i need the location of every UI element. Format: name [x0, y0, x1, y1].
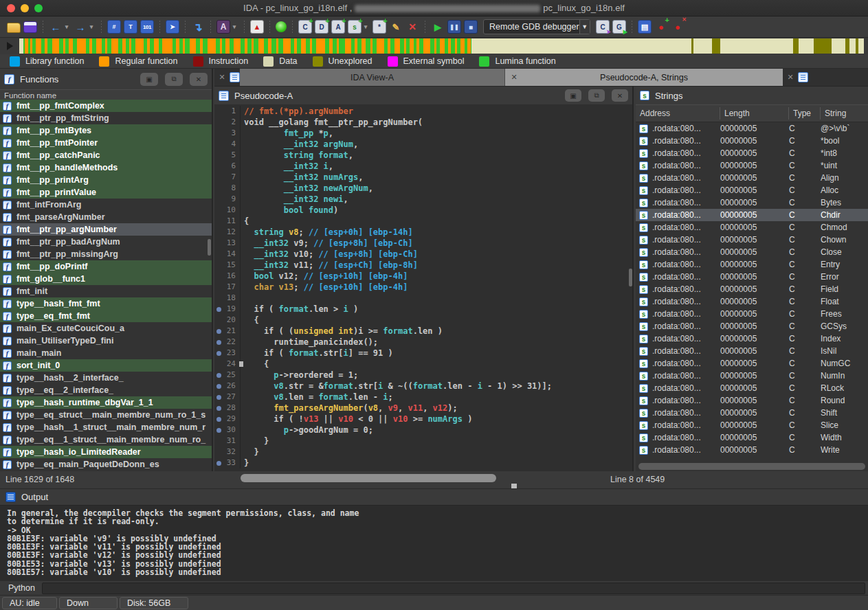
column-length[interactable]: Length	[720, 107, 789, 120]
column-string[interactable]: String	[821, 107, 868, 120]
code-line[interactable]: 1// fmt.(*pp).argNumber	[214, 106, 632, 117]
string-list-item[interactable]: s.rodata:080...00000005CField	[636, 283, 868, 295]
function-list-item[interactable]: ffmt__ptr_pp_missingArg	[0, 248, 212, 260]
string-list-item[interactable]: s.rodata:080...00000005CGCSys	[636, 320, 868, 332]
function-list-item[interactable]: ftype__hash_io_LimitedReader	[0, 446, 212, 458]
function-list-item[interactable]: ffmt_parseArgNumber	[0, 211, 212, 223]
code-line[interactable]: 30 p->goodArgNum = 0;	[214, 425, 632, 436]
code-line[interactable]: 23 if ( format.str[i] == 91 )	[214, 348, 632, 359]
pseudocode-maximize-button[interactable]: ▣	[565, 89, 581, 102]
code-line[interactable]: 22 runtime_panicindex();	[214, 337, 632, 348]
open-file-icon[interactable]	[7, 23, 21, 33]
function-list-item[interactable]: ftype__eq_struct__main_membre_num_ro_1_s	[0, 409, 212, 421]
add-breakpoint-icon[interactable]: ●	[654, 20, 668, 34]
function-list-item[interactable]: ffmt__ptr_pp_argNumber	[0, 223, 212, 236]
edit-function-icon[interactable]: ✎	[389, 20, 403, 34]
stop-process-icon[interactable]: ■	[464, 20, 478, 34]
pseudocode-view[interactable]: 1// fmt.(*pp).argNumber2void __golang fm…	[214, 104, 632, 471]
code-line[interactable]: 26 v8.str = &format.str[i & ~((format.le…	[214, 381, 632, 392]
function-list-item[interactable]: ffmt__pp_catchPanic	[0, 149, 212, 161]
code-line[interactable]: 28 fmt_parseArgNumber(v8, v9, v11, v12);	[214, 403, 632, 414]
lumina-icon[interactable]	[276, 21, 287, 32]
string-list-item[interactable]: s.rodata:080...00000005CNumIn	[636, 370, 868, 382]
code-line[interactable]: 27 v8.len = format.len - i;	[214, 392, 632, 403]
code-line[interactable]: 4 __int32 argNum,	[214, 139, 632, 150]
string-list-item[interactable]: s.rodata:080...00000005C*uint	[636, 159, 868, 172]
code-line[interactable]: 14 __int32 v10; // [esp+8h] [ebp-Ch]	[214, 249, 632, 260]
string-list-item[interactable]: s.rodata:080...00000005C@>\v\b`	[636, 122, 868, 135]
search-binary-icon[interactable]: 101	[140, 20, 154, 34]
make-string-icon[interactable]: s	[348, 20, 361, 34]
debugger-options-icon[interactable]: ▤	[638, 20, 652, 34]
forward-dropdown-icon[interactable]: ▾	[87, 20, 96, 34]
string-list-item[interactable]: s.rodata:080...00000005CError	[636, 271, 868, 283]
string-list-item[interactable]: s.rodata:080...00000005CRLock	[636, 382, 868, 394]
tab-close-icon[interactable]: ✕	[214, 69, 230, 86]
column-type[interactable]: Type	[789, 107, 821, 120]
pseudocode-vertical-scrollbar[interactable]	[629, 269, 632, 286]
string-list-item[interactable]: s.rodata:080...00000005CAlign	[636, 172, 868, 184]
search-number-icon[interactable]: #	[107, 20, 121, 34]
string-list-item[interactable]: s.rodata:080...00000005C*int8	[636, 147, 868, 159]
function-list-item[interactable]: ftype__eq_main_PaquetDeDonn_es	[0, 458, 212, 471]
code-line[interactable]: 12 string v8; // [esp+0h] [ebp-14h]	[214, 227, 632, 238]
string-list-item[interactable]: s.rodata:080...00000005CChmod	[636, 221, 868, 234]
tab-close-icon[interactable]: ✕	[783, 69, 798, 86]
string-list-item[interactable]: s.rodata:080...00000005CAlloc	[636, 184, 868, 196]
start-process-icon[interactable]: ▶	[431, 20, 445, 34]
back-icon[interactable]: ←	[49, 20, 63, 34]
code-line[interactable]: 8 __int32 newArgNum,	[214, 183, 632, 194]
string-list-item[interactable]: s.rodata:080...00000005C*bool	[636, 135, 868, 147]
function-list-item[interactable]: ffmt_intFromArg	[0, 199, 212, 211]
code-line[interactable]: 25 p->reordered = 1;	[214, 370, 632, 381]
code-line[interactable]: 24 {	[214, 359, 632, 370]
function-list-item[interactable]: ffmt_glob__func1	[0, 273, 212, 285]
functions-close-button[interactable]: ✕	[190, 73, 208, 86]
tab-close-icon[interactable]: ✕	[507, 73, 522, 82]
splitter-handle[interactable]	[511, 484, 517, 488]
python-input[interactable]	[42, 583, 865, 594]
functions-float-button[interactable]: ⧉	[165, 73, 183, 86]
color-dropdown-icon[interactable]: ▾	[230, 20, 238, 34]
function-list-item[interactable]: ffmt__pp_fmtPointer	[0, 137, 212, 149]
string-list-item[interactable]: s.rodata:080...00000005CWrite	[636, 444, 868, 456]
code-line[interactable]: 10 bool found)	[214, 205, 632, 216]
pseudocode-horizontal-scrollbar[interactable]	[241, 474, 496, 482]
string-list-item[interactable]: s.rodata:080...00000005CRound	[636, 394, 868, 407]
code-line[interactable]: 6 __int32 i,	[214, 161, 632, 172]
function-list-item[interactable]: ffmt__pp_doPrintf	[0, 260, 212, 273]
attach-process-icon[interactable]: C	[596, 20, 610, 34]
function-list-item[interactable]: ffmt__pp_printValue	[0, 186, 212, 199]
code-line[interactable]: 11{	[214, 216, 632, 227]
code-line[interactable]: 19 if ( format.len > i )	[214, 304, 632, 315]
code-line[interactable]: 33}	[214, 458, 632, 468]
function-list-item[interactable]: ftype__hash__1_struct__main_membre_num_r	[0, 421, 212, 433]
code-line[interactable]: 13 __int32 v9; // [esp+8h] [ebp-Ch]	[214, 238, 632, 249]
strings-horizontal-scrollbar[interactable]	[638, 463, 865, 470]
output-log[interactable]: In general, the decompiler checks the se…	[0, 506, 868, 580]
function-list-item[interactable]: fmain_UtiliserTypeD_fini	[0, 335, 212, 347]
string-list-item[interactable]: s.rodata:080...00000005CEntry	[636, 258, 868, 271]
rename-icon[interactable]: A	[331, 20, 345, 34]
function-list-item[interactable]: fmain_main	[0, 347, 212, 359]
search-next-icon[interactable]: ➤	[166, 20, 179, 34]
code-line[interactable]: 16 bool v12; // [esp+10h] [ebp-4h]	[214, 271, 632, 282]
dropdown-arrow-icon[interactable]: ▼	[579, 20, 590, 34]
forward-icon[interactable]: →	[74, 20, 87, 34]
undefine-icon[interactable]: ✕	[405, 20, 419, 34]
column-address[interactable]: Address	[636, 107, 720, 120]
search-text-icon[interactable]: T	[124, 20, 137, 34]
string-list-item[interactable]: s.rodata:080...00000005CClose	[636, 246, 868, 258]
code-line[interactable]: 20 {	[214, 315, 632, 326]
function-list-item[interactable]: ffmt__pp_fmtComplex	[0, 100, 212, 112]
function-list-item[interactable]: ffmt__pp_fmtBytes	[0, 124, 212, 137]
string-list-item[interactable]: s.rodata:080...00000005CChown	[636, 234, 868, 246]
code-line[interactable]: 3 fmt_pp *p,	[214, 128, 632, 139]
function-list-item[interactable]: ftype__eq__1_struct__main_membre_num_ro_	[0, 433, 212, 446]
pause-process-icon[interactable]: ❚❚	[447, 20, 461, 34]
save-icon[interactable]	[23, 21, 37, 33]
functions-scrollbar[interactable]	[208, 239, 211, 256]
function-list-item[interactable]: ffmt__ptr_pp_fmtString	[0, 112, 212, 124]
string-list-item[interactable]: s.rodata:080...00000005CSlice	[636, 419, 868, 431]
navigation-band[interactable]	[19, 38, 864, 54]
